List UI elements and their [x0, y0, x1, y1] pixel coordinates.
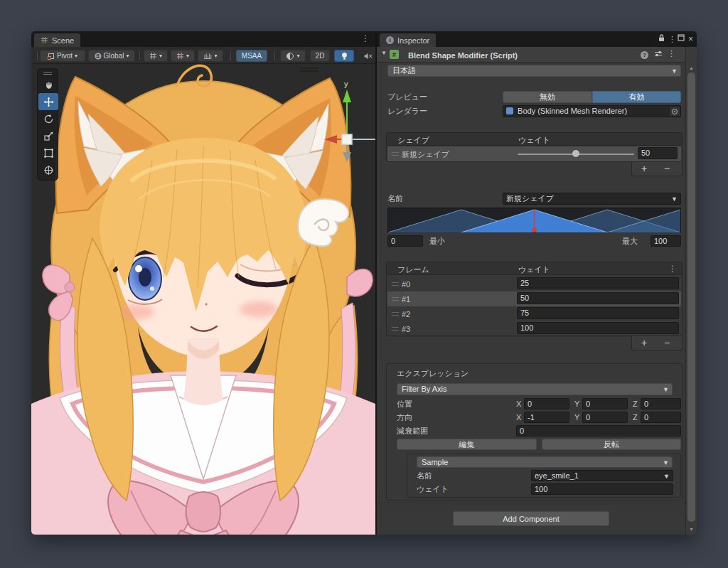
unity-floating-window: Scene ⋮ Pivot▾ Global▾ ▾ ▾ ▾: [31, 31, 697, 535]
ruler-icon: [203, 52, 212, 60]
hand-tool-button[interactable]: [38, 76, 58, 93]
sample-name-dropdown[interactable]: eye_smile_1▼: [531, 470, 673, 481]
msaa-toggle[interactable]: MSAA: [236, 50, 267, 62]
drag-handle-icon[interactable]: [392, 282, 399, 286]
audio-toggle[interactable]: [358, 50, 377, 62]
scene-visibility-dropdown[interactable]: ▾: [280, 50, 306, 62]
axis-x-label: X: [516, 398, 521, 409]
frame-list-menu-icon[interactable]: ⋮: [668, 264, 677, 273]
rotate-tool-button[interactable]: [38, 110, 58, 127]
increment-snap-dropdown[interactable]: ▾: [198, 50, 223, 62]
remove-shape-button[interactable]: −: [659, 162, 675, 175]
scrollbar-thumb[interactable]: [687, 73, 695, 522]
frame-id: #3: [402, 323, 410, 335]
shape-weight-field[interactable]: 50: [638, 147, 678, 159]
transform-tool-button[interactable]: [38, 161, 58, 178]
grid-snap-dropdown[interactable]: ▾: [144, 50, 168, 62]
direction-y-field[interactable]: 0: [582, 412, 628, 423]
falloff-value: 0: [520, 427, 524, 435]
frame-row-0[interactable]: #0 25: [387, 277, 681, 291]
axis-y-label: Y: [574, 412, 579, 423]
position-x-field[interactable]: 0: [524, 398, 569, 409]
language-dropdown[interactable]: 日本語▼: [387, 65, 681, 77]
scroll-up-icon[interactable]: ▲: [686, 65, 697, 70]
scale-tool-button[interactable]: [38, 127, 58, 144]
preview-on-button[interactable]: 有効: [592, 91, 681, 103]
sample-name-label: 名前: [417, 470, 432, 481]
frame-weight-field[interactable]: 75: [517, 307, 679, 319]
name-dropdown[interactable]: 新規シェイプ ▼: [503, 193, 681, 205]
edit-button[interactable]: 編集: [397, 439, 537, 450]
direction-x-field[interactable]: -1: [524, 412, 569, 423]
scene-tab-label: Scene: [52, 36, 74, 45]
expression-box: エクスプレッション Filter By Axis▼ 位置 X 0 Y 0 Z 0…: [386, 363, 682, 500]
drag-handle-icon[interactable]: [392, 152, 399, 156]
global-dropdown[interactable]: Global▾: [88, 50, 135, 62]
invert-button[interactable]: 反転: [542, 439, 681, 450]
drag-handle-icon[interactable]: [392, 297, 399, 301]
halfsphere-icon: [286, 52, 294, 60]
language-value: 日本語: [392, 66, 416, 75]
close-icon[interactable]: ×: [687, 34, 695, 44]
renderer-object-field[interactable]: Body (Skinned Mesh Renderer): [503, 105, 681, 117]
drag-handle-icon[interactable]: [392, 327, 399, 331]
pivot-dropdown[interactable]: Pivot▾: [40, 50, 85, 62]
frame-id: #1: [402, 294, 410, 305]
max-label: 最大: [622, 235, 638, 247]
frame-weight-field[interactable]: 100: [517, 322, 679, 334]
direction-label: 方向: [397, 412, 412, 423]
frame-weight-value: 75: [520, 309, 529, 317]
add-frame-button[interactable]: +: [636, 336, 652, 349]
blend-graph[interactable]: [387, 208, 681, 233]
move-tool-button[interactable]: [38, 93, 58, 110]
frame-row-3[interactable]: #3 100: [387, 321, 681, 336]
position-z-field[interactable]: 0: [641, 398, 681, 409]
audio-muted-icon: [363, 52, 373, 60]
preview-label: プレビュー: [387, 91, 427, 102]
weight-slider-knob[interactable]: [572, 150, 579, 157]
shape-list-header: シェイプ ウェイト: [387, 133, 682, 146]
object-picker-icon[interactable]: [669, 107, 680, 116]
skinned-mesh-icon: [506, 107, 513, 114]
direction-z-value: 0: [644, 413, 648, 422]
remove-frame-button[interactable]: −: [659, 336, 675, 349]
pivot-label: Pivot: [57, 52, 73, 60]
direction-z-field[interactable]: 0: [641, 412, 681, 423]
gizmo-y-axis-label: y: [344, 80, 348, 88]
min-field[interactable]: 0: [387, 235, 423, 247]
add-component-button[interactable]: Add Component: [453, 511, 609, 526]
inspector-content: 日本語▼ プレビュー 無効 有効 レンダラー Body (Skinned Mes…: [377, 31, 685, 535]
frame-weight-field[interactable]: 25: [517, 277, 679, 289]
rect-tool-button[interactable]: [38, 144, 58, 161]
shape-row[interactable]: 新規シェイプ 50: [387, 146, 681, 161]
move-snap-dropdown[interactable]: ▾: [171, 50, 195, 62]
sample-weight-field[interactable]: 100: [531, 483, 673, 495]
position-z-value: 0: [644, 400, 648, 408]
drag-handle-icon[interactable]: [392, 312, 399, 316]
frame-row-1[interactable]: #1 50: [387, 291, 681, 306]
toolstrip-handle[interactable]: [38, 70, 58, 76]
inspector-scrollbar[interactable]: ▲ ▼: [685, 47, 697, 535]
frame-row-2[interactable]: #2 75: [387, 306, 681, 321]
frame-weight-field[interactable]: 50: [517, 292, 679, 304]
separator: [377, 503, 685, 503]
rect-icon: [43, 148, 54, 159]
sample-dropdown[interactable]: Sample▼: [417, 456, 673, 468]
shape-row-name: 新規シェイプ: [402, 149, 449, 160]
tab-scene[interactable]: Scene: [34, 33, 80, 47]
scene-viewport[interactable]: y: [31, 64, 375, 535]
max-field[interactable]: 100: [651, 235, 681, 247]
globe-icon: [95, 53, 102, 60]
position-y-field[interactable]: 0: [582, 398, 628, 409]
add-shape-button[interactable]: +: [636, 162, 652, 175]
falloff-field[interactable]: 0: [516, 425, 681, 436]
axis-z-label: Z: [633, 398, 638, 409]
2d-toggle[interactable]: 2D: [310, 50, 330, 62]
preview-off-button[interactable]: 無効: [503, 91, 592, 103]
axis-z-label: Z: [633, 412, 638, 423]
filter-dropdown[interactable]: Filter By Axis▼: [397, 383, 673, 395]
scroll-down-icon[interactable]: ▼: [686, 527, 697, 532]
2d-label: 2D: [316, 52, 325, 60]
lighting-toggle[interactable]: [334, 50, 354, 62]
scene-menu-icon[interactable]: ⋮: [361, 34, 370, 43]
